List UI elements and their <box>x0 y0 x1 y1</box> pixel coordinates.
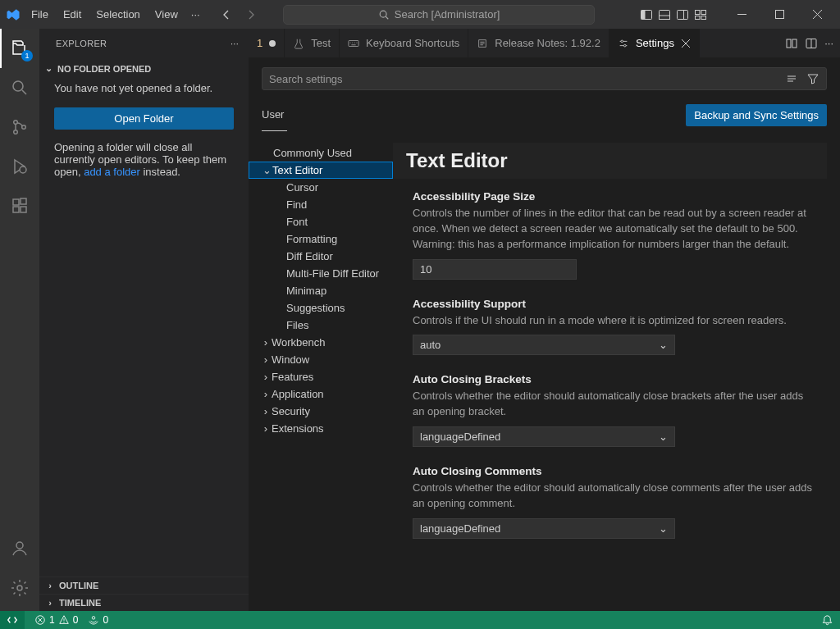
tree-diff-editor[interactable]: Diff Editor <box>249 248 393 265</box>
svg-point-18 <box>14 121 18 125</box>
activity-explorer-icon[interactable]: 1 <box>0 29 39 68</box>
command-center-search[interactable]: Search [Administrator] <box>283 5 595 25</box>
tree-multifile-diff[interactable]: Multi-File Diff Editor <box>249 265 393 282</box>
menu-bar: File Edit Selection View ··· <box>25 5 205 24</box>
svg-point-26 <box>16 542 23 549</box>
svg-rect-4 <box>660 10 670 19</box>
tree-workbench[interactable]: ›Workbench <box>249 334 393 351</box>
svg-point-16 <box>13 81 23 91</box>
svg-rect-5 <box>660 16 670 20</box>
menu-selection[interactable]: Selection <box>89 5 146 24</box>
settings-search-input[interactable]: Search settings <box>262 67 827 90</box>
tree-application[interactable]: ›Application <box>249 385 393 403</box>
nav-back-icon[interactable] <box>218 7 235 23</box>
svg-rect-8 <box>696 10 701 14</box>
tree-features[interactable]: ›Features <box>249 368 393 385</box>
nav-buttons <box>218 7 259 23</box>
menu-view[interactable]: View <box>148 5 185 24</box>
chevron-right-icon: › <box>44 598 56 608</box>
tree-extensions[interactable]: ›Extensions <box>249 420 393 437</box>
timeline-section[interactable]: › TIMELINE <box>39 594 249 611</box>
activity-scm-icon[interactable] <box>0 107 39 147</box>
status-ports[interactable]: 0 <box>88 614 108 626</box>
svg-point-19 <box>14 130 18 134</box>
setting-select[interactable]: auto ⌄ <box>413 335 675 355</box>
select-value: languageDefined <box>420 431 500 443</box>
toggle-primary-sidebar-icon[interactable] <box>640 8 653 21</box>
tree-minimap[interactable]: Minimap <box>249 282 393 299</box>
tree-text-editor[interactable]: ⌄Text Editor <box>249 162 393 179</box>
errors-count: 1 <box>49 614 55 626</box>
svg-point-21 <box>20 166 26 173</box>
tab-more-icon[interactable]: ··· <box>824 37 833 49</box>
svg-rect-25 <box>21 198 26 204</box>
status-problems[interactable]: 1 0 <box>34 614 78 626</box>
activity-search-icon[interactable] <box>0 68 39 107</box>
svg-rect-9 <box>701 10 706 14</box>
settings-content[interactable]: Text Editor Accessibility Page Size Cont… <box>393 138 840 611</box>
window-maximize-icon[interactable] <box>761 2 797 27</box>
setting-title: Auto Closing Comments <box>413 465 814 477</box>
tree-label: Workbench <box>272 336 326 349</box>
setting-select[interactable]: languageDefined ⌄ <box>413 426 675 447</box>
tab-untitled[interactable]: 1 <box>249 29 285 57</box>
backup-sync-button[interactable]: Backup and Sync Settings <box>686 104 827 126</box>
svg-point-37 <box>623 44 626 47</box>
open-folder-button[interactable]: Open Folder <box>54 107 234 130</box>
tab-action-split-icon[interactable] <box>785 37 798 50</box>
menu-file[interactable]: File <box>25 5 55 24</box>
filter-icon[interactable] <box>806 72 819 85</box>
activity-accounts-icon[interactable] <box>0 529 39 568</box>
status-notifications-icon[interactable] <box>821 614 833 627</box>
no-folder-label: NO FOLDER OPENED <box>57 64 151 74</box>
settings-heading: Text Editor <box>393 143 827 179</box>
toggle-panel-icon[interactable] <box>658 8 671 21</box>
svg-line-1 <box>386 16 388 19</box>
tab-keyboard-shortcuts[interactable]: Keyboard Shortcuts <box>340 29 468 57</box>
tree-files[interactable]: Files <box>249 317 393 334</box>
menu-more-icon[interactable]: ··· <box>186 5 205 24</box>
setting-number-input[interactable] <box>413 259 577 280</box>
svg-rect-40 <box>787 39 791 48</box>
menu-edit[interactable]: Edit <box>57 5 88 24</box>
setting-select[interactable]: languageDefined ⌄ <box>413 518 675 539</box>
editor-area: 1 Test Keyboard Shortcuts Release Notes:… <box>249 29 840 611</box>
ports-count: 0 <box>103 614 108 626</box>
tree-formatting[interactable]: Formatting <box>249 230 393 248</box>
close-tab-icon[interactable] <box>681 39 691 48</box>
remote-indicator[interactable] <box>0 611 25 629</box>
chevron-right-icon: › <box>44 581 56 590</box>
settings-scope-user[interactable]: User <box>262 103 287 131</box>
tab-release-notes[interactable]: Release Notes: 1.92.2 <box>468 29 609 57</box>
tree-commonly-used[interactable]: Commonly Used <box>249 144 393 162</box>
tree-security[interactable]: ›Security <box>249 403 393 420</box>
tree-suggestions[interactable]: Suggestions <box>249 299 393 317</box>
tree-find[interactable]: Find <box>249 196 393 213</box>
setting-auto-closing-comments: Auto Closing Comments Controls whether t… <box>413 465 814 539</box>
clear-search-icon[interactable] <box>785 72 798 85</box>
customize-layout-icon[interactable] <box>694 8 707 21</box>
tab-settings[interactable]: Settings <box>609 29 700 57</box>
activity-debug-icon[interactable] <box>0 147 39 186</box>
tree-cursor[interactable]: Cursor <box>249 179 393 196</box>
explorer-more-icon[interactable]: ··· <box>231 39 239 48</box>
tree-font[interactable]: Font <box>249 213 393 230</box>
tab-action-layout-icon[interactable] <box>805 37 818 50</box>
tab-label: Release Notes: 1.92.2 <box>495 37 600 49</box>
outline-section[interactable]: › OUTLINE <box>39 577 249 594</box>
window-minimize-icon[interactable] <box>724 2 760 27</box>
no-folder-section[interactable]: ⌄ NO FOLDER OPENED <box>39 62 249 79</box>
activity-extensions-icon[interactable] <box>0 186 39 226</box>
activity-settings-icon[interactable] <box>0 568 39 608</box>
toggle-secondary-sidebar-icon[interactable] <box>676 8 689 21</box>
tree-label: Text Editor <box>272 164 322 176</box>
tab-test[interactable]: Test <box>285 29 340 57</box>
setting-desc: Controls whether the editor should autom… <box>413 389 814 420</box>
setting-desc: Controls if the UI should run in a mode … <box>413 313 814 329</box>
window-close-icon[interactable] <box>799 2 835 27</box>
tree-window[interactable]: ›Window <box>249 351 393 368</box>
nav-forward-icon[interactable] <box>243 7 259 23</box>
svg-rect-13 <box>775 11 783 19</box>
add-folder-link[interactable]: add a folder <box>84 166 140 178</box>
dirty-dot-icon <box>269 40 276 47</box>
